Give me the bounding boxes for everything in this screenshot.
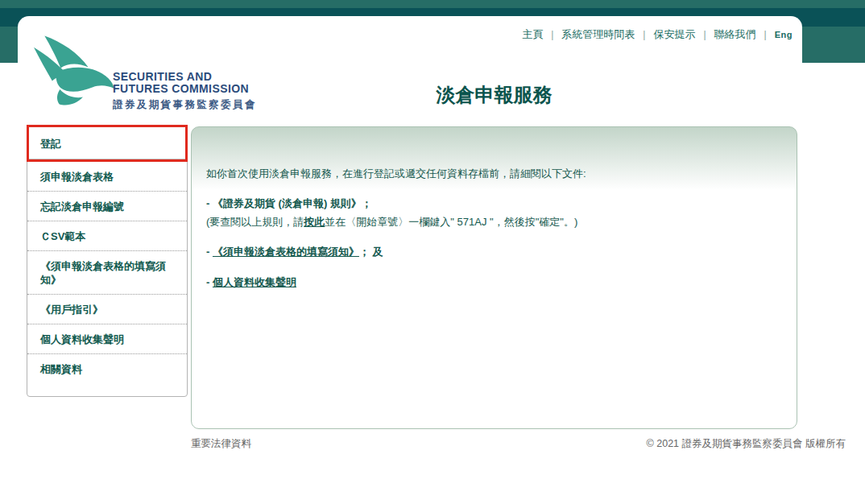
personal-data-line: - 個人資料收集聲明 (206, 275, 782, 291)
form-notes-dash: - (206, 246, 213, 258)
sidebar-item-registration[interactable]: 登記 (27, 125, 188, 162)
sfc-eagle-icon (34, 34, 114, 114)
sidebar-item-csv-template[interactable]: ＣSV範本 (27, 221, 187, 251)
page-title: 淡倉申報服務 (191, 82, 797, 108)
sidebar-menu: 登記 須申報淡倉表格 忘記淡倉申報編號 ＣSV範本 《須申報淡倉表格的填寫須知》… (27, 125, 188, 397)
sidebar-item-related-materials[interactable]: 相關資料 (27, 354, 187, 383)
form-completion-notes-link[interactable]: 《須申報淡倉表格的填寫須知》 (213, 246, 359, 258)
sidebar-item-form-completion-notes[interactable]: 《須申報淡倉表格的填寫須知》 (27, 251, 187, 295)
nav-contact-us-link[interactable]: 聯絡我們 (714, 27, 756, 42)
sidebar-item-forgot-reporting-id[interactable]: 忘記淡倉申報編號 (27, 192, 187, 221)
rules-note-text: (要查閱以上規則，請按此並在〈開始章號〉一欄鍵入" 571AJ "，然後按"確定… (206, 214, 782, 230)
form-notes-line: - 《須申報淡倉表格的填寫須知》； 及 (206, 244, 782, 260)
nav-separator: | (551, 29, 553, 40)
sfc-name-en-line1: SECURITIES AND (113, 71, 257, 83)
intro-text: 如你首次使用淡倉申報服務，在進行登記或遞交任何資料存檔前，請細閱以下文件: (206, 166, 782, 182)
sidebar-item-personal-data-statement[interactable]: 個人資料收集聲明 (27, 324, 187, 354)
rules-note-suffix: 並在〈開始章號〉一欄鍵入" 571AJ "，然後按"確定"。) (325, 216, 577, 228)
top-nav: 主頁 | 系統管理時間表 | 保安提示 | 聯絡我們 | Eng (522, 27, 793, 42)
personal-data-statement-link[interactable]: 個人資料收集聲明 (213, 276, 296, 288)
nav-separator: | (643, 29, 645, 40)
rules-note-prefix: (要查閱以上規則，請 (206, 216, 304, 228)
nav-separator: | (703, 29, 706, 40)
sidebar-item-short-position-forms[interactable]: 須申報淡倉表格 (27, 162, 187, 192)
click-here-link[interactable]: 按此 (304, 216, 325, 228)
nav-home-link[interactable]: 主頁 (522, 27, 543, 42)
rules-title-text: - 《證券及期貨 (淡倉申報) 規則》； (206, 196, 782, 212)
footer: 重要法律資料 © 2021 證券及期貨事務監察委員會 版權所有 (191, 437, 846, 451)
nav-security-tips-link[interactable]: 保安提示 (653, 27, 695, 42)
form-notes-suffix: ； 及 (359, 246, 383, 258)
sfc-logo: SECURITIES AND FUTURES COMMISSION 證券及期貨事… (34, 32, 275, 129)
copyright-text: © 2021 證券及期貨事務監察委員會 版權所有 (647, 437, 846, 451)
sidebar-item-user-guide[interactable]: 《用戶指引》 (27, 295, 187, 324)
content-card: 主頁 | 系統管理時間表 | 保安提示 | 聯絡我們 | Eng SECURIT… (18, 16, 802, 504)
personal-data-dash: - (206, 276, 213, 288)
main-content-panel: 如你首次使用淡倉申報服務，在進行登記或遞交任何資料存檔前，請細閱以下文件: - … (191, 126, 797, 429)
important-legal-info-link[interactable]: 重要法律資料 (191, 437, 251, 451)
nav-system-schedule-link[interactable]: 系統管理時間表 (561, 27, 635, 42)
nav-english-toggle-link[interactable]: Eng (775, 30, 793, 39)
nav-separator: | (764, 29, 767, 40)
